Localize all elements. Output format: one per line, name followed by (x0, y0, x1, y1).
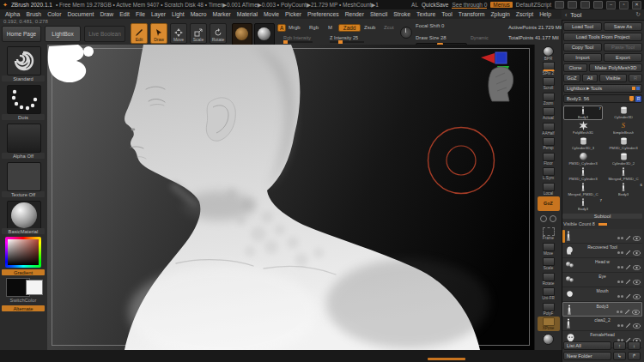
subtool-row-active[interactable]: Body3 (562, 302, 642, 317)
alpha-thumb[interactable] (7, 124, 41, 153)
tool-item[interactable]: Merged_PM3D_C (604, 167, 643, 182)
save-as-button[interactable]: Save As (604, 22, 642, 31)
menu-picker[interactable]: Picker (285, 11, 301, 17)
spix-slider[interactable]: SPix 2 (538, 62, 560, 76)
menu-light[interactable]: Light (172, 11, 185, 17)
new-folder-button[interactable]: New Folder (563, 352, 611, 360)
menu-zplugin[interactable]: Zplugin (490, 11, 509, 17)
secondary-color-swatch[interactable] (26, 280, 43, 295)
import-button[interactable]: Import (563, 53, 602, 62)
active-tool-name-field[interactable]: Body3. 56 R (563, 94, 642, 103)
anchor-chip[interactable]: A (277, 24, 286, 32)
default-zscript-button[interactable]: DefaultZScript (516, 2, 551, 8)
material-quick-pick[interactable] (538, 332, 560, 347)
make-polymesh3d-button[interactable]: Make PolyMesh3D (589, 63, 642, 72)
uni-fr-button[interactable]: Uni-FR (538, 287, 560, 301)
switch-color-button[interactable]: SwitchColor (2, 297, 45, 303)
local-button[interactable]: Local (538, 182, 560, 196)
menu-edit[interactable]: Edit (119, 11, 130, 17)
subtool-row[interactable]: Eye (562, 273, 642, 287)
ui-layout2-icon[interactable] (568, 1, 577, 9)
canvas-move-button[interactable]: Move (538, 242, 560, 256)
subtool-row[interactable]: claw2_2 (562, 317, 642, 331)
minimize-button[interactable]: − (606, 1, 616, 9)
zcut-button[interactable]: Zcut (384, 25, 394, 30)
tool-item[interactable]: PM3D_Cylinder3 (563, 152, 603, 166)
material-preview[interactable] (254, 23, 275, 45)
x-axis-arrow-icon[interactable] (481, 53, 495, 63)
z-intensity-slider[interactable]: Z Intensity 25 (330, 35, 358, 40)
menu-render[interactable]: Render (345, 11, 364, 17)
draw-size-slider[interactable]: Draw Size 28 (416, 35, 447, 40)
rgb-intensity-track[interactable] (283, 41, 313, 43)
live-boolean-button[interactable]: Live Boolean (84, 26, 125, 42)
refresh-icon[interactable]: ↻ (635, 11, 641, 18)
menu-zscript[interactable]: Zscript (516, 11, 533, 17)
goz-r-button[interactable]: R (629, 74, 642, 82)
subtool-row[interactable]: Recovered Tool (562, 244, 642, 258)
rgb-button[interactable]: Rgb (309, 25, 319, 30)
bpr-button[interactable]: BPR (538, 46, 560, 61)
visible-count-slider[interactable]: Visible Count 8 (563, 221, 607, 226)
goz-button[interactable]: GoZ (538, 196, 560, 211)
aahalf-button[interactable]: AAHalf (538, 122, 560, 136)
edit-mode-button[interactable]: Edit (131, 23, 148, 44)
clone-button[interactable]: Clone (563, 63, 587, 72)
tool-item[interactable]: Cylinder3D_2 (604, 152, 643, 166)
goz-visible-button[interactable]: Visible (599, 74, 627, 82)
canvas-scale-button[interactable]: Scale (538, 256, 560, 271)
menu-color[interactable]: Color (47, 11, 61, 17)
load-tool-button[interactable]: Load Tool (563, 22, 602, 31)
folder-in-button[interactable]: ↳ (613, 352, 626, 360)
z-intensity-track[interactable] (330, 41, 364, 43)
menus-button[interactable]: Menus (490, 2, 513, 8)
zoom-out-icon[interactable] (550, 215, 556, 222)
menu-macro[interactable]: Macro (191, 11, 207, 17)
draw-mode-button[interactable]: Draw (150, 23, 167, 44)
zoom-in-icon[interactable] (540, 215, 547, 222)
stroke-knob-icon[interactable] (400, 27, 412, 39)
load-tools-from-project-button[interactable]: Load Tools From Project (563, 33, 642, 41)
subtool-row[interactable]: Head w (562, 258, 642, 273)
move-subtool-down-button[interactable]: ↓ (628, 341, 641, 350)
z-axis-square-icon[interactable] (495, 52, 507, 63)
cursor-icon[interactable] (593, 1, 603, 9)
tool-item[interactable]: Body36 (604, 183, 643, 197)
menu-stencil[interactable]: Stencil (370, 11, 387, 17)
tool-item[interactable]: S SimpleBrush (604, 121, 643, 136)
paint-drop-icon[interactable] (629, 96, 634, 101)
menu-stroke[interactable]: Stroke (393, 11, 410, 17)
r-chip-icon[interactable]: R (635, 96, 641, 102)
close-button[interactable]: ✕ (632, 1, 641, 9)
mrgb-button[interactable]: Mrgb (289, 25, 301, 30)
tool-item[interactable]: Cylinder3D (604, 106, 643, 120)
lightbox-tools-button[interactable]: Lightbox►Tools (563, 84, 642, 93)
tool-item[interactable]: PM3D_Cylinder3 (604, 136, 643, 151)
home-page-button[interactable]: Home Page (2, 26, 41, 42)
tool-item[interactable]: Cylinder3D_3 (563, 136, 603, 151)
menu-transform[interactable]: Transform (459, 11, 485, 17)
see-through-slider[interactable]: See through 0 (452, 2, 487, 9)
menu-texture[interactable]: Texture (416, 11, 435, 17)
tool-panel-header[interactable]: ‹ Tool ↻ (562, 9, 644, 21)
xpose-button[interactable]: XPose (538, 317, 560, 331)
tool-item[interactable]: Body37 (563, 106, 603, 120)
list-all-button[interactable]: List All (563, 341, 611, 350)
menu-marker[interactable]: Marker (213, 11, 231, 17)
restore-button[interactable]: ▫ (619, 1, 629, 9)
polyf-button[interactable]: PolyF (538, 302, 560, 317)
tool-item[interactable]: PolyMesh3D (563, 121, 603, 136)
move-mode-button[interactable]: Move (170, 23, 187, 44)
focal-shift-slider[interactable]: Focal Shift 0 (416, 23, 444, 28)
scale-mode-button[interactable]: Scale (190, 23, 207, 44)
document-canvas[interactable] (47, 45, 534, 350)
goz-tool-button[interactable]: GoZ (563, 74, 580, 82)
menu-layer[interactable]: Layer (151, 11, 166, 17)
menu-movie[interactable]: Movie (264, 11, 279, 17)
menu-material[interactable]: Material (237, 11, 258, 17)
lsym-button[interactable]: L.Sym (538, 166, 560, 181)
palette-icon[interactable] (580, 1, 590, 9)
tool-item[interactable]: PM3D_Cylinder3 (563, 167, 603, 182)
camera-preview[interactable] (481, 52, 513, 101)
texture-thumb[interactable] (7, 162, 41, 191)
